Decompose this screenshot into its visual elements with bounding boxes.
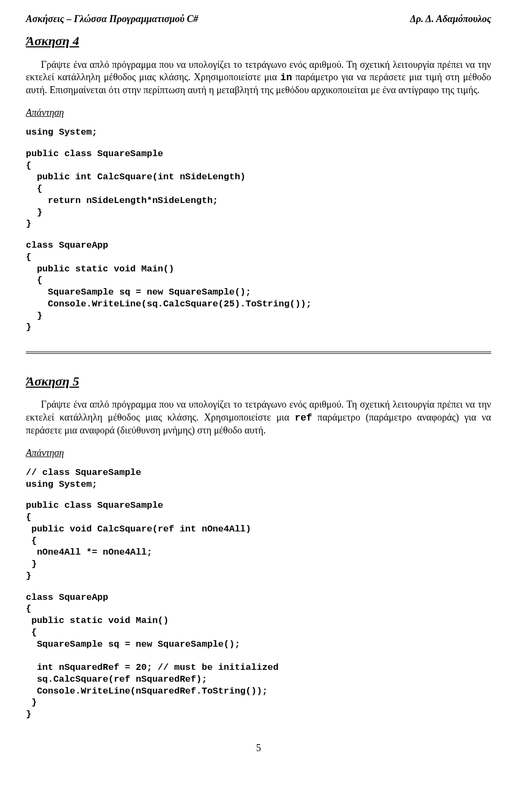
exercise-5-description: Γράψτε ένα απλό πρόγραμμα που να υπολογί… — [26, 398, 491, 437]
page-header: Ασκήσεις – Γλώσσα Προγραμματισμού C# Δρ.… — [26, 13, 491, 25]
section-divider — [26, 352, 491, 354]
exercise-5-code-block-2: public class SquareSample { public void … — [26, 500, 491, 582]
exercise-5-answer-label: Απάντηση — [26, 447, 491, 459]
ex4-inline-code: in — [281, 72, 292, 83]
ex5-inline-code: ref — [295, 412, 312, 423]
header-right: Δρ. Δ. Αδαμόπουλος — [410, 13, 491, 25]
exercise-4-answer-label: Απάντηση — [26, 107, 491, 119]
exercise-4-title: Άσκηση 4 — [26, 33, 491, 50]
exercise-5-title: Άσκηση 5 — [26, 373, 491, 390]
exercise-4-description: Γράψτε ένα απλό πρόγραμμα που να υπολογί… — [26, 59, 491, 97]
header-left: Ασκήσεις – Γλώσσα Προγραμματισμού C# — [26, 13, 198, 25]
exercise-5-code-block-3: class SquareApp { public static void Mai… — [26, 592, 491, 720]
exercise-4-code-block-1: using System; — [26, 127, 491, 138]
exercise-5-code-block-1: // class SquareSample using System; — [26, 467, 491, 491]
exercise-4-code-block-3: class SquareApp { public static void Mai… — [26, 240, 491, 333]
exercise-4-code-block-2: public class SquareSample { public int C… — [26, 148, 491, 230]
page-number: 5 — [26, 742, 491, 754]
